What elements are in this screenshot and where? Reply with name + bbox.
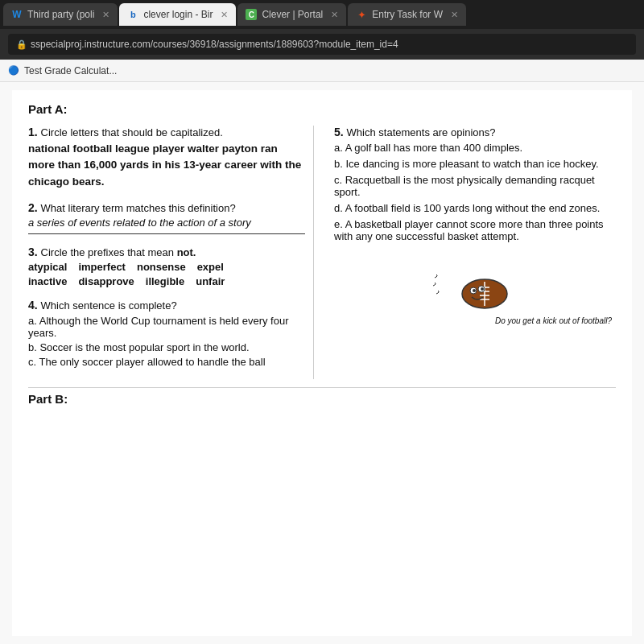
prefix-inactive: inactive [28, 275, 67, 287]
q5-option-b: b. Ice dancing is more pleasant to watch… [334, 158, 616, 170]
lock-icon: 🔒 [16, 39, 27, 50]
question-5: 5. Which statements are opinions? a. A g… [334, 126, 616, 242]
q4-option-a-text: a. Although the World Cup tournament is … [28, 315, 305, 339]
q5-option-a: a. A golf ball has more than 400 dimples… [334, 142, 616, 154]
prefix-disapprove: disapprove [78, 275, 134, 287]
q4-option-b-text: b. Soccer is the most popular sport in t… [28, 341, 250, 353]
q4-number: 4. [28, 299, 38, 312]
q3-text: Circle the prefixes that mean not. [41, 246, 196, 258]
prefix-unfair: unfair [196, 275, 225, 287]
q5-option-e-text: e. A basketball player cannot score more… [334, 218, 616, 242]
tab-label-1: Third party (poli [27, 9, 94, 20]
bookmark-label[interactable]: Test Grade Calculat... [24, 65, 117, 76]
q3-prefix-row2: inactive disapprove illegible unfair [28, 275, 305, 287]
prefix-imperfect: imperfect [78, 261, 126, 273]
tab-bar: W Third party (poli ✕ b clever login - B… [0, 0, 644, 29]
q4-option-c: c. The only soccer player allowed to han… [28, 356, 305, 368]
q5-option-c-text: c. Racquetball is the most physically de… [334, 174, 616, 198]
q3-prefix-row1: atypical imperfect nonsense expel [28, 261, 305, 273]
prefix-nonsense: nonsense [137, 261, 186, 273]
q2-divider [28, 233, 305, 234]
question-4: 4. Which sentence is complete? a. Althou… [28, 299, 305, 368]
bookmarks-bar: 🔵 Test Grade Calculat... [0, 60, 644, 82]
q5-text: Which statements are opinions? [347, 126, 496, 138]
assignment-content: Part A: 1. Circle letters that should be… [12, 90, 632, 636]
tab-label-4: Entry Task for W [372, 9, 443, 20]
browser-chrome: W Third party (poli ✕ b clever login - B… [0, 0, 644, 82]
prefix-illegible: illegible [146, 275, 184, 287]
q2-answer: a series of events related to the action… [28, 217, 305, 229]
prefix-expel: expel [197, 261, 224, 273]
tab-icon-c: C [246, 9, 257, 20]
tab-close-2[interactable]: ✕ [221, 10, 228, 20]
svg-point-7 [473, 289, 476, 292]
prefix-atypical: atypical [28, 261, 67, 273]
svg-point-9 [481, 287, 484, 291]
q4-option-c-text: c. The only soccer player allowed to han… [28, 356, 266, 368]
bookmark-icon: 🔵 [8, 65, 19, 76]
q1-number: 1. [28, 126, 38, 138]
football-caption: Do you get a kick out of football? [495, 316, 612, 326]
right-column: 5. Which statements are opinions? a. A g… [330, 126, 616, 379]
part-b-label: Part B: [28, 387, 616, 406]
question-2: 2. What literary term matches this defin… [28, 201, 305, 234]
q5-option-a-text: a. A golf ball has more than 400 dimples… [334, 142, 522, 154]
q2-number: 2. [28, 201, 38, 214]
address-bar[interactable]: 🔒 sspecialproj.instructure.com/courses/3… [8, 34, 636, 55]
tab-label-3: Clever | Portal [262, 9, 323, 20]
tab-close-1[interactable]: ✕ [102, 10, 109, 20]
q5-option-b-text: b. Ice dancing is more pleasant to watch… [334, 158, 599, 170]
q5-option-e: e. A basketball player cannot score more… [334, 218, 616, 242]
tab-label-2: clever login - Bir [143, 9, 213, 20]
question-1: 1. Circle letters that should be capital… [28, 126, 305, 190]
page-content: Part A: 1. Circle letters that should be… [0, 82, 644, 644]
tab-icon-w: W [11, 9, 23, 20]
part-a-label: Part A: [28, 102, 616, 116]
q4-option-a: a. Although the World Cup tournament is … [28, 315, 305, 339]
left-column: 1. Circle letters that should be capital… [28, 126, 314, 379]
q4-text: Which sentence is complete? [41, 299, 177, 312]
address-bar-row: 🔒 sspecialproj.instructure.com/courses/3… [0, 29, 644, 60]
question-3: 3. Circle the prefixes that mean not. at… [28, 246, 305, 287]
address-text: sspecialproj.instructure.com/courses/369… [31, 39, 398, 50]
football-container: Do you get a kick out of football? [334, 254, 616, 326]
q1-answer: national football league player walter p… [28, 141, 305, 190]
tab-entry-task[interactable]: ✦ Entry Task for W ✕ [348, 3, 466, 26]
q5-option-d-text: d. A football field is 100 yards long wi… [334, 202, 600, 214]
q1-instruction: Circle letters that should be capitalize… [41, 126, 223, 138]
q3-number: 3. [28, 246, 38, 258]
tab-icon-star: ✦ [356, 9, 367, 20]
tab-third-party[interactable]: W Third party (poli ✕ [3, 3, 118, 26]
tab-clever-portal[interactable]: C Clever | Portal ✕ [237, 3, 346, 26]
q4-option-b: b. Soccer is the most popular sport in t… [28, 341, 305, 353]
q5-option-d: d. A football field is 100 yards long wi… [334, 202, 616, 214]
tab-close-4[interactable]: ✕ [451, 10, 458, 20]
q5-options: a. A golf ball has more than 400 dimples… [334, 142, 616, 242]
tab-clever-login[interactable]: b clever login - Bir ✕ [119, 3, 236, 26]
questions-grid: 1. Circle letters that should be capital… [28, 126, 616, 379]
q5-option-c: c. Racquetball is the most physically de… [334, 174, 616, 198]
tab-close-3[interactable]: ✕ [331, 10, 338, 20]
q2-text: What literary term matches this definiti… [41, 202, 236, 214]
tab-icon-b: b [127, 9, 138, 20]
q5-number: 5. [334, 126, 344, 138]
q4-options: a. Although the World Cup tournament is … [28, 315, 305, 368]
